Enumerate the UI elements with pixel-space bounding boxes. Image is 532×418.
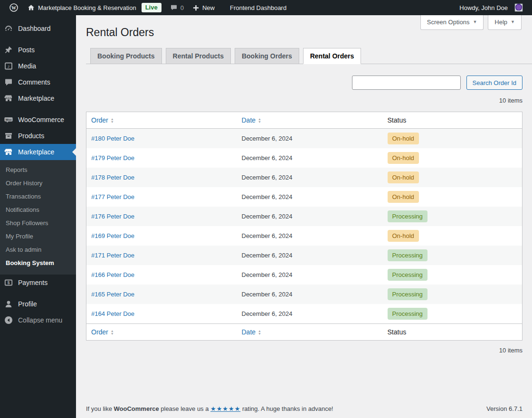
sidebar-item-comments[interactable]: Comments <box>0 74 76 90</box>
sort-desc-icon: ▼ <box>258 121 261 123</box>
column-label: Order <box>91 116 108 124</box>
order-link[interactable]: #179 Peter Doe <box>91 154 134 162</box>
search-order-input[interactable] <box>352 76 461 90</box>
sidebar-subitem-my-profile[interactable]: My Profile <box>0 230 76 243</box>
dashboard-icon <box>4 24 13 33</box>
order-cell: #169 Peter Doe <box>86 226 237 246</box>
search-row: Search Order Id <box>86 76 522 90</box>
column-header-date: Date▲▼ <box>237 324 383 341</box>
status-cell: Processing <box>383 265 522 285</box>
status-badge: Processing <box>388 308 428 320</box>
sidebar-item-media[interactable]: ♪Media <box>0 58 76 74</box>
sidebar-subitem-order-history[interactable]: Order History <box>0 177 76 190</box>
sort-link-order[interactable]: Order▲▼ <box>91 116 114 124</box>
order-row: #180 Peter DoeDecember 6, 2024On-hold <box>86 129 522 149</box>
sidebar-item-products[interactable]: Products <box>0 128 76 144</box>
screen-options-button[interactable]: Screen Options ▼ <box>420 15 484 30</box>
order-link[interactable]: #180 Peter Doe <box>91 135 134 142</box>
order-link[interactable]: #165 Peter Doe <box>91 291 134 298</box>
status-badge: On-hold <box>388 171 419 183</box>
order-row: #169 Peter DoeDecember 6, 2024On-hold <box>86 226 522 246</box>
tab-booking-orders[interactable]: Booking Orders <box>235 48 299 64</box>
column-label: Date <box>242 328 256 336</box>
wordpress-logo-icon: W <box>9 3 19 12</box>
order-row: #171 Peter DoeDecember 6, 2024Processing <box>86 246 522 265</box>
tab-booking-products[interactable]: Booking Products <box>90 48 162 64</box>
sidebar-item-label: Products <box>18 132 44 140</box>
footer-thanks: If you like WooCommerce please leave us … <box>86 405 333 412</box>
sidebar-item-marketplace[interactable]: Marketplace <box>0 144 76 160</box>
tab-rental-orders[interactable]: Rental Orders <box>303 48 361 64</box>
sort-link-date[interactable]: Date▲▼ <box>242 328 262 336</box>
tab-rental-products[interactable]: Rental Products <box>166 48 231 64</box>
plus-icon <box>192 4 200 11</box>
date-cell: December 6, 2024 <box>237 187 383 207</box>
sort-link-order[interactable]: Order▲▼ <box>91 328 114 336</box>
wordpress-logo-menu[interactable]: W <box>5 0 23 15</box>
search-order-button[interactable]: Search Order Id <box>466 76 523 90</box>
order-cell: #166 Peter Doe <box>86 265 237 285</box>
date-cell: December 6, 2024 <box>237 285 383 304</box>
order-date: December 6, 2024 <box>242 271 293 278</box>
sidebar-item-dashboard[interactable]: Dashboard <box>0 20 76 37</box>
admin-body: DashboardPosts♪MediaCommentsMarketplaceW… <box>0 15 532 418</box>
order-link[interactable]: #169 Peter Doe <box>91 232 134 239</box>
column-header-order: Order▲▼ <box>86 324 237 341</box>
order-row: #164 Peter DoeDecember 6, 2024Processing <box>86 304 522 324</box>
svg-text:$: $ <box>7 280 10 285</box>
order-cell: #180 Peter Doe <box>86 129 237 149</box>
order-cell: #165 Peter Doe <box>86 285 237 304</box>
sidebar-subitem-reports[interactable]: Reports <box>0 163 76 177</box>
products-icon <box>4 131 13 141</box>
order-link[interactable]: #164 Peter Doe <box>91 310 134 317</box>
date-cell: December 6, 2024 <box>237 226 383 246</box>
account-menu[interactable]: Howdy, John Doe <box>455 0 527 15</box>
sidebar-item-profile[interactable]: Profile <box>0 296 76 312</box>
order-link[interactable]: #178 Peter Doe <box>91 174 134 181</box>
svg-text:♪: ♪ <box>8 64 10 69</box>
order-link[interactable]: #177 Peter Doe <box>91 193 134 200</box>
status-cell: On-hold <box>383 226 522 246</box>
sidebar-item-marketplace[interactable]: Marketplace <box>0 90 76 106</box>
rating-stars-link[interactable]: ★★★★★ <box>210 405 240 412</box>
sidebar-item-label: Marketplace <box>18 95 54 102</box>
column-label: Status <box>388 116 407 124</box>
home-icon <box>27 4 35 12</box>
status-cell: Processing <box>383 246 522 265</box>
order-link[interactable]: #171 Peter Doe <box>91 252 134 259</box>
footer-prefix: If you like <box>86 405 114 412</box>
sidebar-submenu: ReportsOrder HistoryTransactionsNotifica… <box>0 160 76 275</box>
order-link[interactable]: #166 Peter Doe <box>91 271 134 278</box>
new-content-link[interactable]: New <box>188 0 219 15</box>
table-header: Order▲▼Date▲▼Status <box>86 112 522 129</box>
sidebar-item-payments[interactable]: $Payments <box>0 275 76 291</box>
sidebar-item-woocommerce[interactable]: WooWooCommerce <box>0 112 76 128</box>
sidebar-subitem-booking-system[interactable]: Booking System <box>0 256 76 270</box>
sidebar-subitem-shop-followers[interactable]: Shop Followers <box>0 217 76 230</box>
sidebar-subitem-ask-to-admin[interactable]: Ask to admin <box>0 243 76 256</box>
order-cell: #177 Peter Doe <box>86 187 237 207</box>
site-name-link[interactable]: Marketplace Booking & Reservation <box>23 0 141 15</box>
frontend-dashboard-link[interactable]: Frontend Dashboard <box>226 0 291 15</box>
date-cell: December 6, 2024 <box>237 168 383 187</box>
sidebar-item-label: Payments <box>18 279 48 286</box>
sidebar-item-collapse-menu[interactable]: Collapse menu <box>0 312 76 328</box>
help-button[interactable]: Help ▼ <box>488 15 522 30</box>
sort-icon: ▲▼ <box>111 330 114 335</box>
rental-orders-table: Order▲▼Date▲▼Status #180 Peter DoeDecemb… <box>86 112 522 341</box>
order-date: December 6, 2024 <box>242 232 293 239</box>
sidebar-subitem-transactions[interactable]: Transactions <box>0 190 76 203</box>
date-cell: December 6, 2024 <box>237 304 383 324</box>
footer-suffix: rating. A huge thanks in advance! <box>240 405 333 412</box>
svg-text:Woo: Woo <box>6 118 12 121</box>
status-cell: On-hold <box>383 168 522 187</box>
order-link[interactable]: #176 Peter Doe <box>91 213 134 220</box>
sort-link-date[interactable]: Date▲▼ <box>242 116 262 124</box>
sidebar-subitem-notifications[interactable]: Notifications <box>0 203 76 217</box>
sidebar-item-label: Media <box>18 62 36 70</box>
comments-admin-link[interactable]: 0 <box>166 0 188 15</box>
comments-icon <box>4 77 13 87</box>
order-date: December 6, 2024 <box>242 174 293 181</box>
sidebar-item-posts[interactable]: Posts <box>0 42 76 58</box>
status-cell: Processing <box>383 207 522 226</box>
